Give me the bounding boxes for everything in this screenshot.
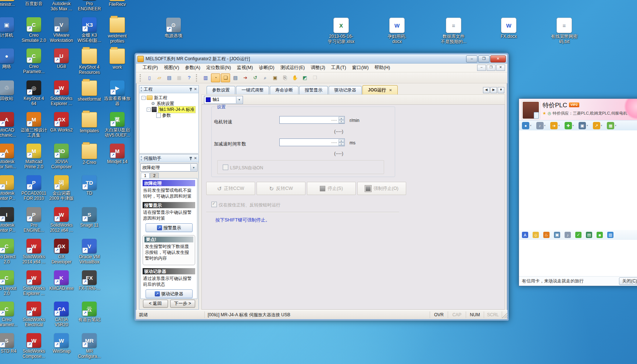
desktop-icon[interactable]: 云↗有道云笔记 bbox=[74, 302, 105, 322]
desktop-icon[interactable]: 2-Creo bbox=[74, 144, 105, 165]
child-restore-button[interactable]: ❐ bbox=[487, 65, 495, 71]
desktop-icon[interactable]: FX↗FX-TRN-... bbox=[74, 270, 105, 291]
signature-icon[interactable]: ✓ bbox=[575, 232, 581, 238]
desktop-icon[interactable]: 3D↗3DVIAComposer bbox=[46, 144, 77, 170]
desktop-icon[interactable]: P↗PCCAD2011FOR 2010 bbox=[18, 175, 49, 201]
desktop-icon[interactable]: ≡有线宽带网密码.txt bbox=[544, 18, 584, 44]
resize-grip[interactable] bbox=[502, 311, 507, 318]
video-call-icon[interactable]: ●▾ bbox=[522, 122, 532, 129]
desktop-icon[interactable]: M↗Mindjet 14 bbox=[102, 144, 133, 165]
desktop-icon[interactable]: W孕妇用药.docx bbox=[377, 18, 417, 44]
desktop-icon[interactable]: S↗Snagit 11 bbox=[74, 207, 105, 228]
nudge-icon[interactable]: ♨ bbox=[543, 232, 550, 238]
desktop-icon[interactable]: C↗CreoParametr... bbox=[18, 48, 49, 75]
desktop-icon[interactable]: weldmentprofiles bbox=[102, 17, 133, 44]
tree-item[interactable]: 参数 bbox=[140, 112, 198, 118]
app-box-icon[interactable]: ■ bbox=[597, 232, 603, 238]
star-icon[interactable]: ★ bbox=[543, 111, 546, 116]
chat-contact-name[interactable]: 特价PLC bbox=[543, 101, 567, 109]
desktop-icon[interactable]: GX↗GX Works2 bbox=[46, 112, 77, 133]
menu-item[interactable]: 测试运行(E) bbox=[277, 64, 308, 72]
tree-item[interactable]: -轴1:MR-J4-A 标准 bbox=[140, 107, 198, 112]
tab-寿命诊断[interactable]: 寿命诊断 bbox=[270, 86, 298, 94]
menu-item[interactable]: 窗口(W) bbox=[349, 64, 372, 72]
share-screen-icon[interactable]: ↗▾ bbox=[593, 122, 602, 129]
alarm-display-button[interactable]: ↗ 报警显示 bbox=[146, 223, 193, 232]
open-project-icon[interactable]: ▱ bbox=[155, 73, 164, 82]
expander-icon[interactable]: - bbox=[142, 96, 146, 100]
desktop-icon[interactable]: W↗SolidWorksExplorer ... bbox=[46, 80, 77, 107]
tree-item[interactable]: -新工程 bbox=[140, 95, 198, 101]
menu-item[interactable]: 调整(J) bbox=[308, 64, 328, 72]
desktop-icon[interactable]: ▶↗迅雷看看播放器 bbox=[102, 80, 133, 107]
zoom-icon[interactable]: ◎ bbox=[548, 111, 551, 116]
desktop-icon[interactable]: KeyShot 4Resources bbox=[74, 48, 105, 75]
panel-grip[interactable] bbox=[141, 87, 142, 91]
axis-select[interactable]: 轴1 ▼ bbox=[204, 96, 243, 104]
next-button[interactable]: 下一步 > bbox=[170, 300, 195, 308]
menu-item[interactable]: 定位数据(N) bbox=[203, 64, 234, 72]
jog-cw-button[interactable]: ↻反转CW bbox=[257, 182, 305, 195]
desktop-icon[interactable]: W↗SolidWorksElectrical bbox=[18, 302, 49, 328]
desktop-icon[interactable]: FileRecv bbox=[102, 0, 133, 7]
menu-item[interactable]: 帮助(H) bbox=[372, 64, 393, 72]
send-file-icon[interactable]: ➔▾ bbox=[550, 122, 560, 129]
desktop-icon[interactable]: K3↗金蝶 K3WISE创新... bbox=[74, 17, 105, 43]
alarm-display-icon[interactable]: ▣ bbox=[271, 73, 280, 82]
menu-item[interactable]: 工程(P) bbox=[140, 64, 161, 72]
servo-assistant-icon[interactable]: ◔ bbox=[211, 73, 220, 82]
accel-stepper[interactable]: ▲▼ bbox=[339, 139, 344, 145]
back-button[interactable]: < 返回 bbox=[143, 300, 168, 308]
accel-input[interactable]: ---- ▲▼ bbox=[279, 138, 345, 146]
panel-close-icon[interactable]: ✕ bbox=[194, 87, 197, 91]
toolbar-grip[interactable] bbox=[140, 74, 143, 82]
jog-forced-stop-button[interactable]: 强制停止(O) bbox=[357, 182, 406, 195]
desktop-icon[interactable]: ◎↗KeyShot 464 bbox=[18, 80, 49, 107]
tab-scroll-right-button[interactable]: ▶ bbox=[490, 87, 497, 93]
desktop-icon[interactable]: U↗UG8 bbox=[46, 48, 77, 69]
motor-speed-stepper[interactable]: ▲▼ bbox=[339, 117, 344, 123]
child-minimize-button[interactable]: – bbox=[477, 65, 486, 71]
desktop-icon[interactable]: W↗SolidWorksCompose... bbox=[18, 333, 49, 359]
title-bar[interactable]: MELSOFT系列 MR Configurator2 新工程 - [JOG运行]… bbox=[136, 54, 507, 64]
menu-item[interactable]: 参数(A) bbox=[182, 64, 203, 72]
jog-stop-button[interactable]: 停止(S) bbox=[307, 182, 356, 195]
desktop-icon[interactable]: ⚙↗电源选项 bbox=[153, 18, 194, 39]
desktop-icon[interactable]: X2013-05-16-学习记录.xlsx bbox=[321, 18, 361, 44]
desktop-icon[interactable]: templates bbox=[74, 112, 105, 134]
menu-item[interactable]: 诊断(D) bbox=[256, 64, 277, 72]
font-icon[interactable]: A bbox=[522, 232, 528, 238]
tab-一键式调整[interactable]: 一键式调整 bbox=[236, 86, 269, 94]
image-icon[interactable]: ▣ bbox=[554, 232, 560, 238]
desktop-icon[interactable]: GX↗GXDeveloper bbox=[46, 239, 77, 265]
tuning-icon[interactable]: ◩ bbox=[300, 73, 309, 82]
desktop-icon[interactable]: CA↗CATIAV5R20 bbox=[46, 302, 77, 328]
apps-icon[interactable]: ▦▾ bbox=[607, 122, 616, 129]
emoji-icon[interactable]: ☺ bbox=[533, 232, 539, 238]
graph-display-icon[interactable]: ↺ bbox=[251, 73, 260, 82]
desktop-icon[interactable]: M↗MathcadPrime 2.0 bbox=[18, 144, 49, 170]
picture-icon[interactable]: ▤ bbox=[586, 232, 592, 238]
chat-message-area[interactable] bbox=[519, 130, 637, 230]
voice-call-icon[interactable]: ♪▾ bbox=[536, 122, 546, 129]
parameter-copy-icon[interactable]: ⎘ bbox=[280, 73, 290, 82]
desktop-icon[interactable]: WFX.docx bbox=[489, 18, 529, 39]
tab-JOG运行[interactable]: JOG运行✕ bbox=[362, 85, 398, 94]
jog-ccw-button[interactable]: ↺正转CCW bbox=[206, 182, 255, 195]
multi-window-icon[interactable]: ❒ bbox=[310, 73, 319, 82]
tab-报警显示[interactable]: 报警显示 bbox=[299, 86, 328, 94]
pin-icon[interactable] bbox=[189, 88, 193, 91]
chat-input-field[interactable] bbox=[519, 240, 637, 277]
desktop-icon[interactable]: V↗VMwareWorkstation bbox=[46, 17, 77, 43]
lsp-checkbox[interactable] bbox=[223, 165, 228, 170]
assistant-mode-select[interactable]: 故障处理 ▼ bbox=[140, 163, 197, 172]
motor-speed-input[interactable]: ---- ▲▼ bbox=[279, 116, 345, 124]
panel-grip[interactable] bbox=[141, 156, 142, 161]
remote-desktop-icon[interactable]: ▣▾ bbox=[579, 122, 588, 129]
create-group-icon[interactable]: ✚▾ bbox=[565, 122, 574, 129]
desktop-icon[interactable]: ▶↗百度影音 bbox=[18, 0, 49, 7]
pin-icon[interactable] bbox=[189, 157, 193, 160]
desktop-icon[interactable]: 菜↗大白菜U盘启动V5.0UEF... bbox=[102, 112, 133, 138]
desktop-icon[interactable]: W↗SolidWorks2012 x64 ... bbox=[46, 207, 77, 233]
batch-monitor-icon[interactable]: ▤ bbox=[231, 73, 240, 82]
